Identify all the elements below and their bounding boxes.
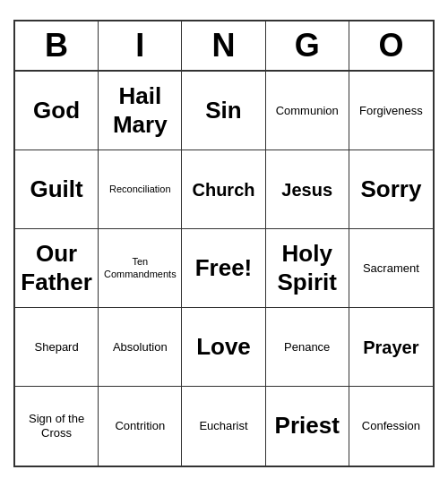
bingo-cell[interactable]: Our Father xyxy=(15,229,99,308)
bingo-cell[interactable]: Communion xyxy=(266,72,349,150)
cell-text: Free! xyxy=(195,254,253,282)
cell-text: Sacrament xyxy=(363,261,419,276)
bingo-cell[interactable]: Love xyxy=(182,308,265,387)
bingo-cell[interactable]: Priest xyxy=(266,387,349,466)
cell-text: Penance xyxy=(284,340,330,355)
cell-text: Communion xyxy=(276,104,339,118)
bingo-cell[interactable]: Guilt xyxy=(15,150,99,229)
cell-text: Contrition xyxy=(115,419,165,433)
bingo-cell[interactable]: Forgiveness xyxy=(349,72,433,150)
bingo-cell[interactable]: Absolution xyxy=(99,308,182,387)
cell-text: Guilt xyxy=(30,175,82,203)
bingo-cell[interactable]: Ten Commandments xyxy=(99,229,182,308)
bingo-cell[interactable]: Reconciliation xyxy=(99,150,182,229)
bingo-cell[interactable]: Church xyxy=(182,150,265,229)
bingo-cell[interactable]: Sin xyxy=(182,72,265,150)
cell-text: Confession xyxy=(362,419,420,433)
bingo-header: BINGO xyxy=(15,21,433,72)
bingo-cell[interactable]: Sign of the Cross xyxy=(15,387,99,466)
cell-text: Holy Spirit xyxy=(270,240,345,295)
cell-text: God xyxy=(33,97,80,124)
header-letter: G xyxy=(266,21,349,70)
bingo-cell[interactable]: Sorry xyxy=(349,150,433,229)
cell-text: Sorry xyxy=(360,175,421,203)
bingo-cell[interactable]: Penance xyxy=(266,308,349,387)
cell-text: Absolution xyxy=(113,340,168,355)
bingo-cell[interactable]: Sacrament xyxy=(349,229,433,308)
cell-text: Prayer xyxy=(363,337,418,358)
bingo-cell[interactable]: Confession xyxy=(349,387,433,466)
cell-text: Reconciliation xyxy=(109,184,170,195)
cell-text: Jesus xyxy=(281,179,332,201)
cell-text: Eucharist xyxy=(199,419,247,433)
header-letter: I xyxy=(99,21,182,70)
bingo-cell[interactable]: Hail Mary xyxy=(99,72,182,150)
header-letter: N xyxy=(182,21,265,70)
header-letter: B xyxy=(15,21,99,70)
header-letter: O xyxy=(349,21,433,70)
bingo-card: BINGO GodHail MarySinCommunionForgivenes… xyxy=(13,20,435,467)
cell-text: Ten Commandments xyxy=(102,256,177,279)
bingo-cell[interactable]: Prayer xyxy=(349,308,433,387)
bingo-cell[interactable]: Holy Spirit xyxy=(266,229,349,308)
cell-text: Love xyxy=(196,333,251,361)
cell-text: Church xyxy=(192,179,254,201)
cell-text: Hail Mary xyxy=(102,82,177,138)
cell-text: Shepard xyxy=(35,340,79,355)
cell-text: Forgiveness xyxy=(359,104,423,118)
cell-text: Priest xyxy=(275,412,340,440)
bingo-cell[interactable]: Free! xyxy=(182,229,265,308)
cell-text: Sin xyxy=(205,97,241,124)
bingo-grid: GodHail MarySinCommunionForgivenessGuilt… xyxy=(15,72,433,466)
bingo-cell[interactable]: Shepard xyxy=(15,308,99,387)
bingo-cell[interactable]: Eucharist xyxy=(182,387,265,466)
cell-text: Sign of the Cross xyxy=(19,412,94,440)
bingo-cell[interactable]: Jesus xyxy=(266,150,349,229)
cell-text: Our Father xyxy=(19,240,94,295)
bingo-cell[interactable]: Contrition xyxy=(99,387,182,466)
bingo-cell[interactable]: God xyxy=(15,72,99,150)
